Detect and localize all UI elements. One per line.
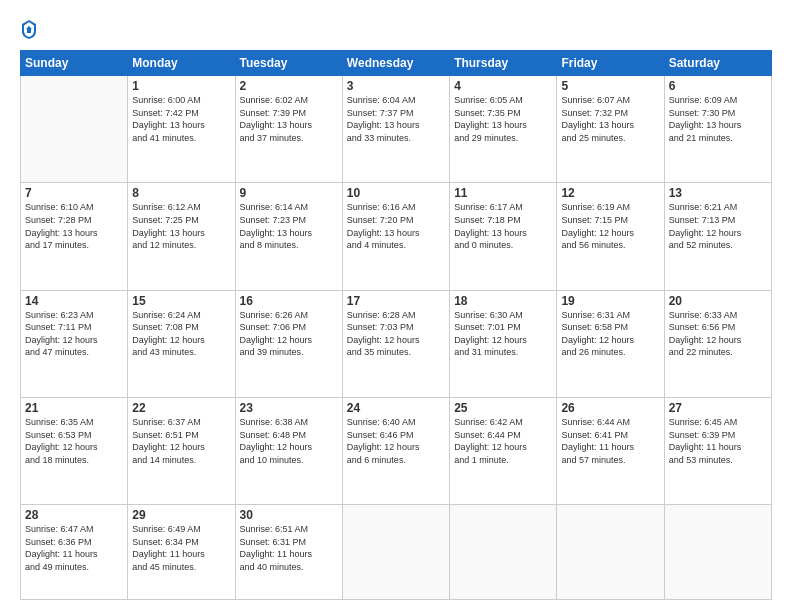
day-info: Sunrise: 6:51 AMSunset: 6:31 PMDaylight:… xyxy=(240,523,338,573)
day-info: Sunrise: 6:02 AMSunset: 7:39 PMDaylight:… xyxy=(240,94,338,144)
calendar-cell: 1Sunrise: 6:00 AMSunset: 7:42 PMDaylight… xyxy=(128,76,235,183)
day-number: 30 xyxy=(240,508,338,522)
logo-icon xyxy=(20,18,38,40)
calendar-cell: 17Sunrise: 6:28 AMSunset: 7:03 PMDayligh… xyxy=(342,290,449,397)
day-info: Sunrise: 6:24 AMSunset: 7:08 PMDaylight:… xyxy=(132,309,230,359)
day-number: 14 xyxy=(25,294,123,308)
day-number: 4 xyxy=(454,79,552,93)
weekday-header-monday: Monday xyxy=(128,51,235,76)
day-info: Sunrise: 6:04 AMSunset: 7:37 PMDaylight:… xyxy=(347,94,445,144)
calendar-cell: 13Sunrise: 6:21 AMSunset: 7:13 PMDayligh… xyxy=(664,183,771,290)
weekday-header-wednesday: Wednesday xyxy=(342,51,449,76)
calendar-cell xyxy=(557,505,664,600)
day-info: Sunrise: 6:38 AMSunset: 6:48 PMDaylight:… xyxy=(240,416,338,466)
logo xyxy=(20,18,42,40)
day-number: 12 xyxy=(561,186,659,200)
header xyxy=(20,18,772,40)
calendar-cell: 21Sunrise: 6:35 AMSunset: 6:53 PMDayligh… xyxy=(21,397,128,504)
calendar-cell: 20Sunrise: 6:33 AMSunset: 6:56 PMDayligh… xyxy=(664,290,771,397)
day-number: 6 xyxy=(669,79,767,93)
weekday-header-sunday: Sunday xyxy=(21,51,128,76)
day-number: 10 xyxy=(347,186,445,200)
day-number: 20 xyxy=(669,294,767,308)
day-info: Sunrise: 6:35 AMSunset: 6:53 PMDaylight:… xyxy=(25,416,123,466)
day-number: 25 xyxy=(454,401,552,415)
day-info: Sunrise: 6:28 AMSunset: 7:03 PMDaylight:… xyxy=(347,309,445,359)
day-info: Sunrise: 6:23 AMSunset: 7:11 PMDaylight:… xyxy=(25,309,123,359)
calendar-cell: 9Sunrise: 6:14 AMSunset: 7:23 PMDaylight… xyxy=(235,183,342,290)
day-number: 23 xyxy=(240,401,338,415)
calendar-cell: 15Sunrise: 6:24 AMSunset: 7:08 PMDayligh… xyxy=(128,290,235,397)
day-number: 19 xyxy=(561,294,659,308)
day-info: Sunrise: 6:40 AMSunset: 6:46 PMDaylight:… xyxy=(347,416,445,466)
page: SundayMondayTuesdayWednesdayThursdayFrid… xyxy=(0,0,792,612)
calendar-header-row: SundayMondayTuesdayWednesdayThursdayFrid… xyxy=(21,51,772,76)
calendar-week-row: 21Sunrise: 6:35 AMSunset: 6:53 PMDayligh… xyxy=(21,397,772,504)
calendar-week-row: 1Sunrise: 6:00 AMSunset: 7:42 PMDaylight… xyxy=(21,76,772,183)
calendar-cell xyxy=(21,76,128,183)
calendar-cell: 18Sunrise: 6:30 AMSunset: 7:01 PMDayligh… xyxy=(450,290,557,397)
day-info: Sunrise: 6:31 AMSunset: 6:58 PMDaylight:… xyxy=(561,309,659,359)
calendar-cell: 24Sunrise: 6:40 AMSunset: 6:46 PMDayligh… xyxy=(342,397,449,504)
day-info: Sunrise: 6:07 AMSunset: 7:32 PMDaylight:… xyxy=(561,94,659,144)
day-info: Sunrise: 6:45 AMSunset: 6:39 PMDaylight:… xyxy=(669,416,767,466)
day-info: Sunrise: 6:12 AMSunset: 7:25 PMDaylight:… xyxy=(132,201,230,251)
day-number: 28 xyxy=(25,508,123,522)
day-info: Sunrise: 6:16 AMSunset: 7:20 PMDaylight:… xyxy=(347,201,445,251)
calendar-cell: 23Sunrise: 6:38 AMSunset: 6:48 PMDayligh… xyxy=(235,397,342,504)
day-info: Sunrise: 6:44 AMSunset: 6:41 PMDaylight:… xyxy=(561,416,659,466)
calendar-cell: 27Sunrise: 6:45 AMSunset: 6:39 PMDayligh… xyxy=(664,397,771,504)
calendar-cell: 16Sunrise: 6:26 AMSunset: 7:06 PMDayligh… xyxy=(235,290,342,397)
day-number: 16 xyxy=(240,294,338,308)
calendar-cell: 8Sunrise: 6:12 AMSunset: 7:25 PMDaylight… xyxy=(128,183,235,290)
day-number: 8 xyxy=(132,186,230,200)
calendar-cell: 19Sunrise: 6:31 AMSunset: 6:58 PMDayligh… xyxy=(557,290,664,397)
calendar-cell: 3Sunrise: 6:04 AMSunset: 7:37 PMDaylight… xyxy=(342,76,449,183)
day-number: 24 xyxy=(347,401,445,415)
day-info: Sunrise: 6:30 AMSunset: 7:01 PMDaylight:… xyxy=(454,309,552,359)
calendar-week-row: 14Sunrise: 6:23 AMSunset: 7:11 PMDayligh… xyxy=(21,290,772,397)
calendar-cell: 29Sunrise: 6:49 AMSunset: 6:34 PMDayligh… xyxy=(128,505,235,600)
day-number: 18 xyxy=(454,294,552,308)
calendar-cell xyxy=(450,505,557,600)
day-info: Sunrise: 6:42 AMSunset: 6:44 PMDaylight:… xyxy=(454,416,552,466)
calendar-table: SundayMondayTuesdayWednesdayThursdayFrid… xyxy=(20,50,772,600)
day-info: Sunrise: 6:26 AMSunset: 7:06 PMDaylight:… xyxy=(240,309,338,359)
calendar-cell: 22Sunrise: 6:37 AMSunset: 6:51 PMDayligh… xyxy=(128,397,235,504)
calendar-week-row: 7Sunrise: 6:10 AMSunset: 7:28 PMDaylight… xyxy=(21,183,772,290)
weekday-header-saturday: Saturday xyxy=(664,51,771,76)
weekday-header-friday: Friday xyxy=(557,51,664,76)
day-info: Sunrise: 6:09 AMSunset: 7:30 PMDaylight:… xyxy=(669,94,767,144)
calendar-cell: 26Sunrise: 6:44 AMSunset: 6:41 PMDayligh… xyxy=(557,397,664,504)
day-number: 11 xyxy=(454,186,552,200)
day-number: 1 xyxy=(132,79,230,93)
day-number: 5 xyxy=(561,79,659,93)
calendar-cell: 7Sunrise: 6:10 AMSunset: 7:28 PMDaylight… xyxy=(21,183,128,290)
day-info: Sunrise: 6:21 AMSunset: 7:13 PMDaylight:… xyxy=(669,201,767,251)
day-info: Sunrise: 6:10 AMSunset: 7:28 PMDaylight:… xyxy=(25,201,123,251)
day-info: Sunrise: 6:19 AMSunset: 7:15 PMDaylight:… xyxy=(561,201,659,251)
calendar-cell xyxy=(664,505,771,600)
day-info: Sunrise: 6:47 AMSunset: 6:36 PMDaylight:… xyxy=(25,523,123,573)
day-info: Sunrise: 6:00 AMSunset: 7:42 PMDaylight:… xyxy=(132,94,230,144)
day-number: 9 xyxy=(240,186,338,200)
calendar-cell: 10Sunrise: 6:16 AMSunset: 7:20 PMDayligh… xyxy=(342,183,449,290)
calendar-cell: 12Sunrise: 6:19 AMSunset: 7:15 PMDayligh… xyxy=(557,183,664,290)
calendar-cell xyxy=(342,505,449,600)
calendar-cell: 5Sunrise: 6:07 AMSunset: 7:32 PMDaylight… xyxy=(557,76,664,183)
day-number: 17 xyxy=(347,294,445,308)
calendar-cell: 6Sunrise: 6:09 AMSunset: 7:30 PMDaylight… xyxy=(664,76,771,183)
calendar-cell: 4Sunrise: 6:05 AMSunset: 7:35 PMDaylight… xyxy=(450,76,557,183)
calendar-cell: 25Sunrise: 6:42 AMSunset: 6:44 PMDayligh… xyxy=(450,397,557,504)
day-info: Sunrise: 6:05 AMSunset: 7:35 PMDaylight:… xyxy=(454,94,552,144)
day-number: 7 xyxy=(25,186,123,200)
day-info: Sunrise: 6:37 AMSunset: 6:51 PMDaylight:… xyxy=(132,416,230,466)
day-info: Sunrise: 6:33 AMSunset: 6:56 PMDaylight:… xyxy=(669,309,767,359)
day-number: 21 xyxy=(25,401,123,415)
day-number: 13 xyxy=(669,186,767,200)
calendar-cell: 14Sunrise: 6:23 AMSunset: 7:11 PMDayligh… xyxy=(21,290,128,397)
day-number: 26 xyxy=(561,401,659,415)
calendar-cell: 30Sunrise: 6:51 AMSunset: 6:31 PMDayligh… xyxy=(235,505,342,600)
calendar-cell: 28Sunrise: 6:47 AMSunset: 6:36 PMDayligh… xyxy=(21,505,128,600)
day-number: 22 xyxy=(132,401,230,415)
